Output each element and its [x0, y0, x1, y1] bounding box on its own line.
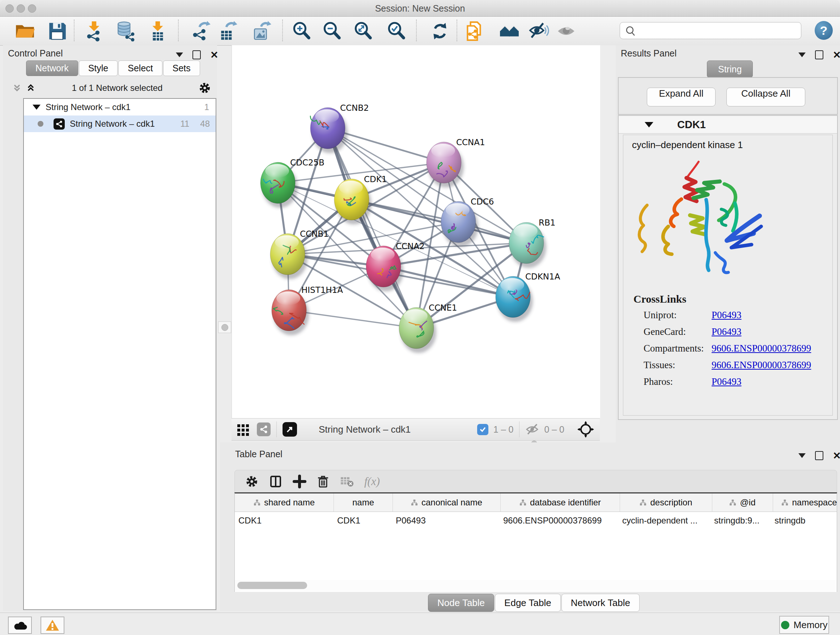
crosslink-row: Tissues:9606.ENSP00000378699: [644, 359, 824, 376]
table-cell[interactable]: CDK1: [333, 512, 392, 529]
column-header-@id[interactable]: @id: [712, 494, 773, 511]
first-neighbors-icon[interactable]: [498, 20, 521, 42]
network-node-CDC25B[interactable]: CDC25B: [261, 158, 325, 208]
table-cell[interactable]: 9606.ENSP00000378699: [500, 512, 619, 529]
network-collection-label: String Network – cdk1: [46, 102, 131, 112]
import-network-from-file-icon[interactable]: [83, 20, 105, 42]
cloud-icon: [13, 620, 27, 630]
network-node-CCNA1[interactable]: CCNA1: [426, 138, 485, 187]
network-row[interactable]: String Network – cdk1 11 48: [24, 116, 216, 132]
network-edge-CCNB2-CCNE1[interactable]: [328, 128, 416, 328]
zoom-fit-icon[interactable]: [352, 20, 374, 42]
delete-column-icon[interactable]: [317, 475, 330, 488]
column-header-description[interactable]: description: [620, 494, 712, 511]
panel-close-icon[interactable]: ✕: [833, 51, 840, 59]
panel-maximize-icon[interactable]: [815, 451, 823, 460]
gear-icon[interactable]: [198, 81, 211, 95]
grid-view-icon[interactable]: [237, 423, 249, 436]
cloud-button[interactable]: [8, 616, 32, 634]
crosslink-value-link[interactable]: P06493: [712, 376, 742, 393]
table-horizontal-scrollbar[interactable]: [235, 580, 836, 591]
tab-style[interactable]: Style: [79, 60, 118, 76]
network-label: String Network – cdk1: [70, 119, 155, 129]
search-input[interactable]: [639, 24, 796, 37]
memory-button[interactable]: Memory: [779, 616, 829, 634]
save-session-icon[interactable]: [46, 20, 68, 42]
protein-section-header[interactable]: CDK1: [619, 116, 837, 134]
protein-structure-image: [627, 152, 829, 289]
table-cell[interactable]: P06493: [392, 512, 500, 529]
panel-maximize-icon[interactable]: [193, 50, 201, 59]
crosslink-value-link[interactable]: 9606.ENSP00000378699: [712, 343, 811, 359]
table-settings-gear-icon[interactable]: [245, 475, 259, 488]
import-network-from-database-icon[interactable]: [114, 20, 137, 42]
selected-checkbox-icon[interactable]: [477, 424, 488, 435]
table-cell[interactable]: CDK1: [235, 512, 333, 529]
add-column-icon[interactable]: [293, 475, 306, 488]
show-columns-icon[interactable]: [269, 475, 283, 488]
tab-edge-table[interactable]: Edge Table: [495, 594, 561, 612]
tab-select[interactable]: Select: [118, 60, 162, 76]
warnings-button[interactable]: [41, 616, 65, 634]
detach-view-icon[interactable]: [283, 422, 297, 437]
network-node-CCNE1[interactable]: CCNE1: [399, 303, 457, 353]
hide-selected-icon[interactable]: [527, 20, 550, 42]
node-label: CCNA1: [456, 138, 485, 147]
memory-status-icon: [781, 621, 789, 629]
crosslink-value-link[interactable]: P06493: [712, 310, 742, 326]
collapse-section-icon[interactable]: [645, 122, 653, 127]
hidden-eye-icon[interactable]: [525, 423, 540, 436]
export-image-icon[interactable]: [251, 20, 273, 42]
scrollbar-thumb[interactable]: [237, 582, 307, 589]
network-node-CDKN1A[interactable]: CDKN1A: [496, 272, 561, 322]
zoom-in-icon[interactable]: [291, 20, 313, 42]
collapse-all-icon[interactable]: [11, 82, 22, 94]
tab-sets[interactable]: Sets: [163, 60, 200, 76]
network-canvas[interactable]: CCNB2CCNA1CDC25BCDK1CDC6RB1CCNB1CCNA2CDK…: [232, 45, 600, 418]
network-view-share-icon[interactable]: [257, 423, 271, 436]
clone-network-icon[interactable]: [463, 20, 485, 42]
column-header-namespace[interactable]: namespace: [773, 494, 837, 511]
panel-float-icon[interactable]: [798, 453, 806, 458]
panel-float-icon[interactable]: [176, 52, 183, 57]
tab-network[interactable]: Network: [26, 60, 78, 76]
refresh-layout-icon[interactable]: [429, 20, 451, 42]
table-row[interactable]: CDK1CDK1P064939606.ENSP00000378699cyclin…: [235, 512, 837, 529]
network-node-CDC6[interactable]: CDC6: [441, 197, 494, 247]
network-node-RB1[interactable]: RB1: [509, 218, 555, 268]
expand-all-button[interactable]: Expand All: [647, 88, 715, 106]
column-header-database-identifier[interactable]: database identifier: [501, 494, 620, 511]
zoom-selected-icon[interactable]: [385, 20, 408, 42]
crosslink-value-link[interactable]: 9606.ENSP00000378699: [712, 359, 811, 376]
left-splitter-handle[interactable]: [218, 321, 231, 333]
show-all-icon[interactable]: [555, 20, 578, 42]
panel-float-icon[interactable]: [798, 52, 806, 57]
column-header-shared-name[interactable]: shared name: [235, 494, 334, 511]
column-header-canonical-name[interactable]: canonical name: [393, 494, 501, 511]
birds-eye-view-icon[interactable]: [577, 421, 594, 438]
export-table-icon[interactable]: [217, 20, 239, 42]
export-network-icon[interactable]: [190, 20, 212, 42]
panel-close-icon[interactable]: ✕: [833, 452, 840, 459]
search-box: [620, 22, 801, 39]
tab-network-table[interactable]: Network Table: [561, 594, 639, 612]
help-icon[interactable]: ?: [815, 21, 833, 40]
panel-maximize-icon[interactable]: [815, 50, 823, 59]
crosslink-value-link[interactable]: P06493: [712, 326, 742, 343]
import-table-from-file-icon[interactable]: [147, 20, 169, 42]
open-session-icon[interactable]: [14, 20, 36, 42]
expand-all-icon[interactable]: [25, 82, 36, 94]
table-cell[interactable]: cyclin-dependent ...: [619, 512, 711, 529]
table-cell[interactable]: stringdb: [771, 512, 837, 529]
tree-expand-icon[interactable]: [33, 105, 41, 110]
panel-close-icon[interactable]: ✕: [210, 51, 218, 59]
network-node-CCNB2[interactable]: CCNB2: [310, 103, 369, 153]
column-header-name[interactable]: name: [334, 494, 393, 511]
network-node-HIST1H1A[interactable]: HIST1H1A: [272, 285, 343, 335]
table-cell[interactable]: stringdb:9...: [711, 512, 771, 529]
tab-string[interactable]: String: [707, 60, 753, 78]
collapse-all-button[interactable]: Collapse All: [726, 88, 805, 106]
network-collection-row[interactable]: String Network – cdk1 1: [24, 99, 216, 116]
tab-node-table[interactable]: Node Table: [428, 594, 494, 612]
zoom-out-icon[interactable]: [321, 20, 343, 42]
